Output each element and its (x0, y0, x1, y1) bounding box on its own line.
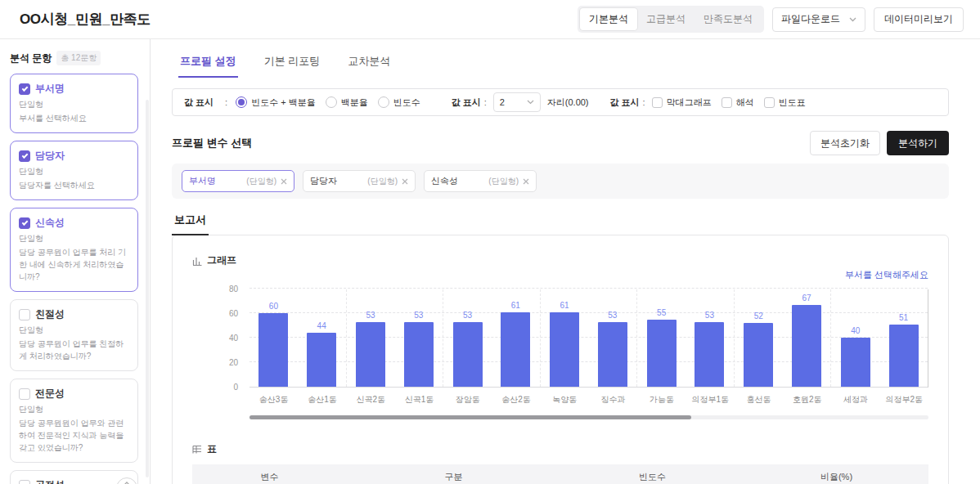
tab-satisfaction-analysis[interactable]: 만족도분석 (695, 8, 762, 30)
bar[interactable] (889, 325, 919, 388)
value-display-settings-bar: 값 표시 : 빈도수 + 백분율 백분율 빈도수 값 표시 : 2 자리(0.0… (172, 88, 949, 116)
bar[interactable] (307, 333, 336, 387)
bar[interactable] (550, 312, 579, 388)
question-card-kindness[interactable]: 친절성 단일형 담당 공무원이 업무를 친절하게 처리하였습니까? (10, 299, 138, 371)
question-card-promptness[interactable]: 신속성 단일형 담당 공무원이 업무를 처리 기한 내에 신속하게 처리하였습니… (10, 208, 138, 292)
close-icon[interactable] (402, 178, 408, 185)
bar-value-label: 61 (560, 301, 569, 310)
chip-manager[interactable]: 담당자 (단일형) (303, 170, 416, 192)
bar-value-label: 53 (414, 311, 423, 320)
content-area: 분석 문항 총 12문항 부서명 단일형 부서를 선택하세요 담당자 단일형 담… (0, 39, 980, 484)
sidebar-scrollbar[interactable] (146, 100, 149, 477)
x-tick-label: 호원2동 (783, 394, 831, 406)
question-type: 단일형 (19, 166, 129, 177)
file-download-dropdown[interactable]: 파일다운로드 (772, 7, 865, 32)
tab-advanced-analysis[interactable]: 고급분석 (637, 8, 695, 30)
bar[interactable] (453, 322, 483, 388)
close-icon[interactable] (523, 178, 529, 185)
bar[interactable] (744, 323, 773, 387)
radio-percent[interactable]: 백분율 (326, 96, 368, 109)
col-percent: 비율(%) (744, 464, 928, 484)
bar[interactable] (501, 312, 530, 388)
tab-basic-reporting[interactable]: 기본 리포팅 (263, 49, 322, 78)
question-card-expertise[interactable]: 전문성 단일형 담당 공무원원이 업무와 관련하여 전문적인 지식과 능력을 갖… (10, 379, 138, 463)
y-tick-label: 40 (229, 334, 238, 343)
y-tick-label: 60 (229, 309, 238, 318)
checkbox-checked-icon[interactable] (19, 150, 30, 162)
bar-value-label: 44 (317, 321, 326, 330)
bar-slot: 40 (830, 289, 879, 387)
bar-slot: 67 (783, 289, 831, 387)
bar[interactable] (792, 305, 821, 388)
bar-slot: 53 (686, 289, 734, 387)
y-tick-label: 80 (229, 285, 238, 294)
colon: : (225, 97, 227, 107)
close-icon[interactable] (281, 178, 287, 185)
checkbox-unchecked-icon[interactable] (19, 480, 30, 484)
bar-slot: 51 (879, 289, 928, 387)
tab-basic-analysis[interactable]: 기본분석 (580, 8, 637, 30)
col-variable: 변수 (192, 464, 347, 484)
x-tick-label: 장암동 (443, 394, 492, 406)
bar[interactable] (695, 322, 724, 388)
data-preview-button[interactable]: 데이터미리보기 (874, 7, 964, 32)
table-section: 표 변수 구분 빈도수 비율(%) 전체 (192, 442, 928, 484)
decimal-places-select[interactable]: 2 (493, 92, 541, 112)
profile-variable-title: 프로필 변수 선택 (172, 136, 252, 150)
question-card-department[interactable]: 부서명 단일형 부서를 선택하세요 (10, 74, 138, 133)
checkbox-unchecked-icon (722, 97, 732, 108)
tab-cross-analysis[interactable]: 교차분석 (346, 49, 392, 78)
checkbox-interpretation[interactable]: 해석 (722, 96, 754, 109)
chart-scrollbar-thumb[interactable] (249, 415, 691, 419)
profile-variable-header: 프로필 변수 선택 분석초기화 분석하기 (172, 131, 949, 155)
graph-label: 그래프 (207, 253, 236, 267)
bar-slot: 55 (636, 289, 686, 387)
checkbox-bar-graph[interactable]: 막대그래프 (652, 96, 712, 109)
chip-promptness[interactable]: 신속성 (단일형) (424, 170, 537, 192)
bar[interactable] (356, 322, 385, 388)
radio-icon (378, 96, 389, 108)
tab-profile-settings[interactable]: 프로필 설정 (178, 49, 238, 78)
chip-department[interactable]: 부서명 (단일형) (182, 170, 294, 192)
x-tick-label: 가능동 (637, 394, 686, 406)
analysis-reset-button[interactable]: 분석초기화 (810, 131, 880, 155)
col-category: 구분 (347, 464, 560, 484)
bar[interactable] (404, 322, 434, 388)
table-label: 표 (207, 442, 217, 456)
decimal-places-suffix: 자리(0.00) (547, 96, 589, 109)
x-tick-label: 신곡2동 (347, 394, 395, 406)
radio-frequency[interactable]: 빈도수 (378, 96, 420, 109)
x-axis-labels: 송산3동송산1동신곡2동신곡1동장암동송산2동녹양동징수과가능동의정부1동흥선동… (249, 394, 928, 406)
bar-chart: 020406080 6044535353616153555352674051 송… (209, 289, 928, 419)
bar[interactable] (647, 320, 677, 388)
bar[interactable] (841, 338, 870, 387)
checkbox-checked-icon[interactable] (19, 217, 30, 229)
select-department-link[interactable]: 부서를 선택해주세요 (192, 269, 928, 281)
bar-slot: 60 (249, 289, 298, 387)
x-tick-label: 송산2동 (492, 394, 540, 406)
bar-value-label: 40 (851, 326, 860, 335)
question-desc: 담당 공무원이 업무를 처리 기한 내에 신속하게 처리하였습니까? (19, 246, 129, 283)
sidebar-header: 분석 문항 총 12문항 (10, 51, 138, 65)
checkbox-unchecked-icon[interactable] (19, 309, 30, 320)
radio-frequency-percent[interactable]: 빈도수 + 백분율 (236, 96, 316, 109)
report-section-tab[interactable]: 보고서 (172, 213, 209, 235)
run-analysis-button[interactable]: 분석하기 (887, 131, 949, 155)
bar[interactable] (598, 322, 627, 388)
chart-plot: 6044535353616153555352674051 (249, 289, 928, 388)
question-title: 신속성 (35, 216, 65, 230)
chart-scrollbar-track (249, 415, 928, 419)
bar[interactable] (258, 313, 288, 387)
gridline (249, 288, 928, 289)
bar-value-label: 53 (608, 311, 617, 320)
checkbox-unchecked-icon[interactable] (19, 388, 30, 400)
top-bar: OO시청_민원_만족도 기본분석 고급분석 만족도분석 파일다운로드 데이터미리… (0, 0, 980, 39)
checkbox-checked-icon[interactable] (19, 83, 30, 95)
checkbox-frequency-table[interactable]: 빈도표 (764, 96, 806, 109)
decimal-places-value: 2 (500, 97, 505, 107)
question-card-manager[interactable]: 담당자 단일형 담당자를 선택하세요 (10, 141, 138, 200)
question-desc: 담당 공무원원이 업무와 관련하여 전문적인 지식과 능력을 갖고 있었습니까? (19, 417, 129, 454)
col-frequency: 빈도수 (560, 464, 744, 484)
question-title: 공정성 (35, 478, 65, 484)
bar-value-label: 52 (754, 311, 763, 320)
